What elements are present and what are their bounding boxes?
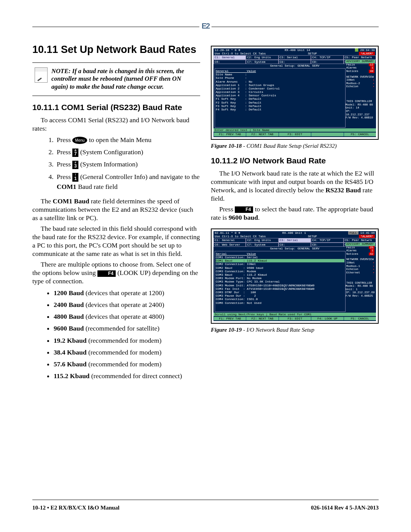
list-item: 57.6 Kbaud (recommended for modem) [54, 359, 200, 369]
steps-list: Press Menu to open the Main Menu Press &… [32, 135, 200, 192]
header-logo: E2 [199, 22, 212, 30]
key-1-icon: !1 [72, 173, 78, 181]
footer-left: 10-12 • E2 RX/BX/CX I&O Manual [32, 505, 119, 511]
footer-right: 026-1614 Rev 4 5-JAN-2013 [311, 505, 379, 511]
advisory-panel: ADVISORY SUMMARY Fails12 Alarms1 Notices… [346, 60, 375, 120]
baud-options-list: 1200 Baud (devices that operate at 1200)… [32, 288, 200, 381]
list-item: 38.4 Kbaud (recommended for modem) [54, 347, 200, 357]
note-text: NOTE: If a baud rate is changed in this … [51, 67, 198, 91]
advisory-panel: ADVISORY SUMMARY Fails25 Alarms1 Notices… [346, 243, 375, 298]
f4-key-icon: F4 [97, 270, 116, 277]
f4-key-icon: F4 [235, 206, 253, 213]
step-1: Press Menu to open the Main Menu [55, 135, 200, 145]
list-item: 1200 Baud (devices that operate at 1200) [54, 288, 200, 298]
list-item: 4800 Baud (devices that operate at 4800) [54, 312, 200, 321]
figure-10-18-screenshot: 12-20-10 * 0 ❄RX-400 Unit 14🟩 20:34:38 U… [211, 46, 379, 140]
step-2: Press &7 (System Configuration) [55, 147, 200, 157]
page-top-rule: E2 [32, 27, 379, 27]
para-correspond: The baud rate selected in this field sho… [32, 224, 200, 258]
para-io-press: Press F4 to select the baud rate. The ap… [211, 205, 379, 222]
note-rule-top [32, 62, 200, 63]
left-column: 10.11 Set Up Network Baud Rates NOTE: If… [32, 44, 200, 383]
list-item: 9600 Baud (recommended for satellite) [54, 323, 200, 333]
list-item: 19.2 Kbaud (recommended for modem) [54, 335, 200, 345]
subsection-io-network: 10.11.2 I/O Network Baud Rate [211, 156, 379, 165]
key-7-icon: &7 [72, 149, 78, 157]
notepad-icon [35, 67, 48, 83]
list-item: 2400 Baud (devices that operate at 2400) [54, 300, 200, 310]
list-item: 115.2 Kbaud (recommended for direct conn… [54, 371, 200, 381]
note-block: NOTE: If a baud rate is changed in this … [32, 66, 200, 93]
figure-10-19-screenshot: 02-01-11 * 0 ❄RX-400 Unit 1FULL 14:45:06… [211, 228, 379, 324]
para-io-desc: The I/O Network baud rate is the rate at… [211, 169, 379, 203]
page-footer: 10-12 • E2 RX/BX/CX I&O Manual 026-1614 … [32, 500, 379, 511]
note-rule-bottom [32, 96, 200, 96]
intro-paragraph: To access COM1 Serial (RS232) and I/O Ne… [32, 116, 200, 133]
step-4: Press !1 (General Controller Info) and n… [55, 172, 200, 192]
key-3-icon: #3 [72, 161, 78, 169]
menu-key-icon: Menu [72, 137, 87, 144]
para-options: There are multiple options to choose fro… [32, 260, 200, 285]
subsection-com1: 10.11.1 COM1 Serial (RS232) Baud Rate [32, 103, 200, 112]
para-com1-baud: The COM1 Baud rate field determines the … [32, 197, 200, 222]
right-column: 12-20-10 * 0 ❄RX-400 Unit 14🟩 20:34:38 U… [211, 44, 379, 383]
step-3: Press #3 (System Information) [55, 159, 200, 169]
figure-10-18-caption: Figure 10-18 - COM1 Baud Rate Setup (Ser… [211, 143, 379, 149]
two-column-layout: 10.11 Set Up Network Baud Rates NOTE: If… [32, 44, 379, 383]
figure-10-19-caption: Figure 10-19 - I/O Network Baud Rate Set… [211, 327, 379, 333]
section-title: 10.11 Set Up Network Baud Rates [32, 44, 200, 56]
